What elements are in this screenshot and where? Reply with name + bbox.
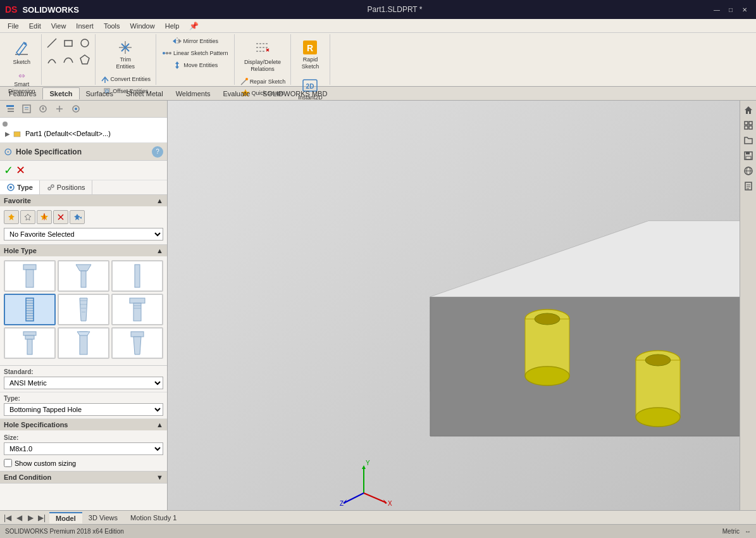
tab-first-button[interactable]: |◀ (3, 513, 13, 523)
rapid-sketch-button[interactable]: R RapidSketch (297, 35, 323, 73)
hole-type-header[interactable]: Hole Type ▲ (0, 245, 167, 256)
custom-sizing-label: Show custom sizing (15, 460, 76, 467)
delete-favorite-button[interactable] (53, 210, 68, 224)
pin-icon[interactable]: 📌 (189, 22, 199, 30)
prop-actions: ✓ ✕ (0, 161, 167, 180)
line-button[interactable] (44, 35, 59, 51)
close-button[interactable]: ✕ (738, 4, 751, 15)
svg-point-46 (48, 187, 51, 190)
tab-sheet-metal[interactable]: Sheet Metal (120, 88, 170, 99)
main-area: ▶ Part1 (Default<<Default>...) ⊙ Hole Sp… (0, 101, 756, 510)
sketch-button[interactable]: Sketch (7, 35, 36, 69)
tab-positions[interactable]: Positions (40, 180, 92, 194)
ds-logo: DS (5, 4, 17, 15)
svg-rect-113 (745, 122, 748, 125)
apply-favorite-button[interactable] (70, 210, 85, 224)
hole-type-tapered-tap[interactable] (58, 294, 109, 325)
tab-features[interactable]: Features (3, 88, 42, 99)
rs-parts-button[interactable] (741, 118, 755, 132)
menu-view[interactable]: View (46, 21, 71, 31)
menu-file[interactable]: File (3, 21, 24, 31)
size-dropdown[interactable]: M8x1.0 M6x1.0 M10x1.5 M12x1.75 (4, 442, 163, 455)
tab-next-button[interactable]: ▶ (25, 513, 35, 523)
repair-sketch-icon (240, 77, 249, 86)
feature-bar (0, 101, 167, 118)
display-delete-button[interactable]: Display/DeleteRelations (240, 35, 285, 76)
bottom-tab-3dviews[interactable]: 3D Views (82, 513, 124, 523)
rs-home-button[interactable] (741, 103, 755, 117)
menu-edit[interactable]: Edit (24, 21, 46, 31)
display-button[interactable] (68, 102, 84, 116)
circle-button[interactable] (77, 35, 92, 51)
hole-type-legacy[interactable] (111, 294, 163, 325)
rs-doc-button[interactable] (741, 179, 755, 193)
type-dropdown[interactable]: Bottoming Tapped Hole Tapped Hole Tapere… (4, 403, 163, 416)
viewport[interactable]: ✓ ✕ (168, 101, 740, 510)
rs-globe-button[interactable] (741, 164, 755, 178)
polygon-icon (79, 54, 90, 65)
hole-type-cs2[interactable] (58, 327, 109, 359)
hole-specs-header[interactable]: Hole Specifications ▲ (0, 419, 167, 430)
tab-sketch[interactable]: Sketch (42, 87, 79, 99)
menu-help[interactable]: Help (160, 21, 185, 31)
rs-save-button[interactable] (741, 149, 755, 163)
tab-weldments[interactable]: Weldments (170, 88, 217, 99)
svg-marker-50 (25, 214, 31, 220)
config-view-button[interactable] (35, 102, 51, 116)
hole-type-straight-tap[interactable] (4, 294, 56, 325)
favorite-header[interactable]: Favorite ▲ (0, 195, 167, 206)
end-condition-header[interactable]: End Condition ▼ (0, 472, 167, 483)
menu-tools[interactable]: Tools (99, 21, 125, 31)
tab-prev-button[interactable]: ◀ (14, 513, 24, 523)
rs-folder-button[interactable] (741, 134, 755, 147)
rectangle-button[interactable] (61, 35, 76, 51)
tab-type[interactable]: Type (0, 180, 40, 194)
arc-button[interactable] (44, 52, 59, 67)
linear-pattern-button[interactable]: Linear Sketch Pattern (159, 47, 232, 59)
hole-type-h2[interactable] (111, 327, 163, 359)
polygon-button[interactable] (77, 52, 92, 67)
bottom-tab-motion-study[interactable]: Motion Study 1 (124, 513, 183, 523)
tree-item-part1[interactable]: ▶ Part1 (Default<<Default>...) (3, 128, 164, 139)
hole-type-countersink[interactable] (58, 260, 109, 292)
right-sidebar (740, 101, 756, 510)
tab-surfaces[interactable]: Surfaces (80, 88, 120, 99)
hole-type-section: Hole Type ▲ (0, 245, 167, 366)
menu-window[interactable]: Window (125, 21, 160, 31)
svg-rect-118 (746, 152, 750, 154)
move-entities-button[interactable]: Move Entities (159, 59, 232, 71)
custom-sizing-checkbox[interactable]: Show custom sizing (4, 459, 163, 467)
help-button[interactable]: ? (152, 146, 163, 158)
solidworks-logo: SOLIDWORKS (22, 5, 79, 15)
tab-solidworks-mbd[interactable]: SOLIDWORKS MBD (256, 88, 333, 99)
feature-view-button[interactable] (3, 102, 18, 116)
property-view-button[interactable] (19, 102, 34, 116)
tab-last-button[interactable]: ▶| (37, 513, 47, 523)
ok-button[interactable]: ✓ (4, 163, 13, 177)
svg-text:R: R (307, 43, 313, 53)
convert-entities-button[interactable]: Convert Entities (98, 73, 154, 85)
toolbar-group-sketch: Sketch ⇔ SmartDimension (3, 34, 42, 85)
favorite-dropdown[interactable]: No Favorite Selected (4, 228, 163, 241)
minimize-button[interactable]: — (710, 4, 723, 15)
spline-button[interactable] (61, 52, 76, 67)
trim-entities-button[interactable]: TrimEntities (112, 35, 140, 73)
standard-dropdown[interactable]: ANSI Metric ANSI Inch ISO (4, 377, 163, 389)
add-favorite-button[interactable] (4, 210, 19, 224)
cancel-button[interactable]: ✕ (16, 163, 25, 177)
hole-type-counterbore[interactable] (4, 260, 56, 292)
custom-sizing-input[interactable] (4, 459, 12, 467)
hole-type-cb2[interactable] (4, 327, 56, 359)
bottom-tab-model[interactable]: Model (49, 512, 82, 523)
plus-button[interactable] (52, 102, 67, 116)
repair-sketch-button[interactable]: Repair Sketch (237, 76, 288, 87)
3d-model-viewport[interactable]: Y X Z (168, 101, 740, 510)
hole-type-simple-hole[interactable] (111, 260, 163, 292)
save-favorite-button[interactable] (20, 210, 35, 224)
favorite-star-button[interactable] (37, 210, 52, 224)
mirror-entities-button[interactable]: Mirror Entities (159, 35, 232, 47)
tab-evaluate[interactable]: Evaluate (216, 88, 256, 99)
menu-insert[interactable]: Insert (71, 21, 99, 31)
favorite-title: Favorite (4, 197, 31, 204)
maximize-button[interactable]: □ (724, 4, 737, 15)
